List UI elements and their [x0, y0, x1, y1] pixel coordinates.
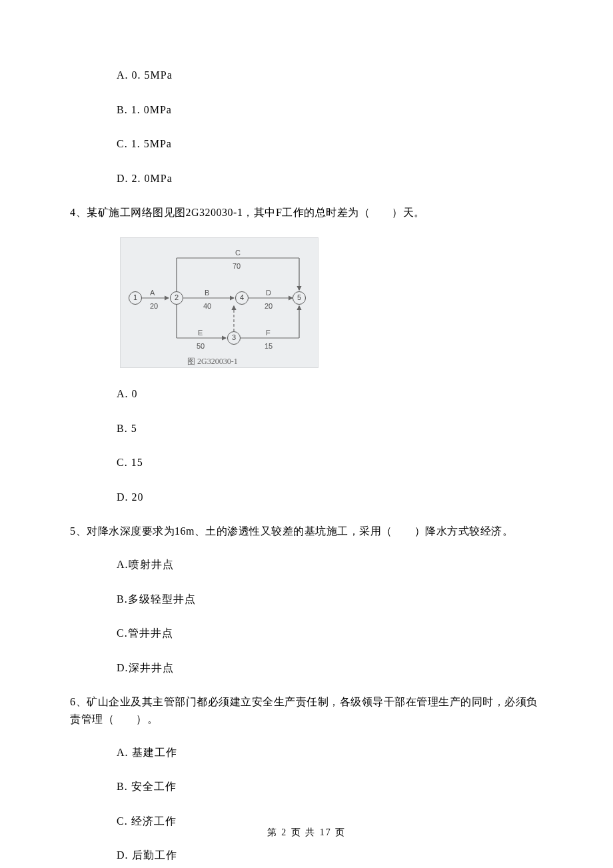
- q6-option-a: A. 基建工作: [117, 744, 543, 761]
- q3-option-b: B. 1. 0MPa: [117, 101, 543, 119]
- q6-option-b: B. 安全工作: [117, 778, 543, 795]
- act-F-label: F: [266, 327, 271, 339]
- q5-text: 5、对降水深度要求为16m、土的渗透性又较差的基坑施工，采用（ ）降水方式较经济…: [70, 523, 543, 540]
- q4-option-d: D. 20: [117, 489, 543, 506]
- q4-diagram-container: 1 2 3 4 5 A 20 B 40 C 70 D 20 E 50 F 15 …: [120, 237, 543, 368]
- node-1: 1: [129, 291, 142, 305]
- question-3-options: A. 0. 5MPa B. 1. 0MPa C. 1. 5MPa D. 2. 0…: [70, 67, 543, 187]
- q5-option-c: C.管井井点: [117, 625, 543, 642]
- q3-option-d: D. 2. 0MPa: [117, 170, 543, 187]
- q4-option-a: A. 0: [117, 385, 543, 403]
- node-5: 5: [293, 291, 306, 305]
- act-C-dur: 70: [233, 261, 241, 273]
- node-2: 2: [170, 291, 183, 305]
- q3-option-c: C. 1. 5MPa: [117, 135, 543, 153]
- q3-option-a: A. 0. 5MPa: [117, 67, 543, 84]
- diagram-caption: 图 2G320030-1: [187, 355, 238, 368]
- act-A-label: A: [150, 287, 155, 299]
- act-C-label: C: [235, 247, 241, 259]
- network-diagram: 1 2 3 4 5 A 20 B 40 C 70 D 20 E 50 F 15 …: [120, 237, 318, 368]
- q5-option-d: D.深井井点: [117, 659, 543, 677]
- act-E-dur: 50: [197, 341, 205, 353]
- act-B-dur: 40: [203, 301, 211, 313]
- node-3: 3: [227, 331, 241, 345]
- question-4: 4、某矿施工网络图见图2G320030-1，其中F工作的总时差为（ ）天。: [70, 204, 543, 505]
- node-4: 4: [235, 291, 249, 305]
- q5-option-a: A.喷射井点: [117, 556, 543, 573]
- act-D-label: D: [266, 287, 271, 299]
- act-E-label: E: [198, 327, 203, 339]
- page-footer: 第 2 页 共 17 页: [0, 825, 613, 840]
- act-F-dur: 15: [265, 341, 273, 353]
- act-B-label: B: [205, 287, 209, 299]
- question-5: 5、对降水深度要求为16m、土的渗透性又较差的基坑施工，采用（ ）降水方式较经济…: [70, 523, 543, 676]
- q6-option-d: D. 后勤工作: [117, 847, 543, 864]
- act-D-dur: 20: [265, 301, 273, 313]
- q6-text: 6、矿山企业及其主管部门都必须建立安全生产责任制，各级领导干部在管理生产的同时，…: [70, 693, 543, 727]
- act-A-dur: 20: [150, 301, 158, 313]
- q5-option-b: B.多级轻型井点: [117, 591, 543, 608]
- q4-text: 4、某矿施工网络图见图2G320030-1，其中F工作的总时差为（ ）天。: [70, 204, 543, 221]
- q4-option-c: C. 15: [117, 454, 543, 471]
- q4-option-b: B. 5: [117, 420, 543, 437]
